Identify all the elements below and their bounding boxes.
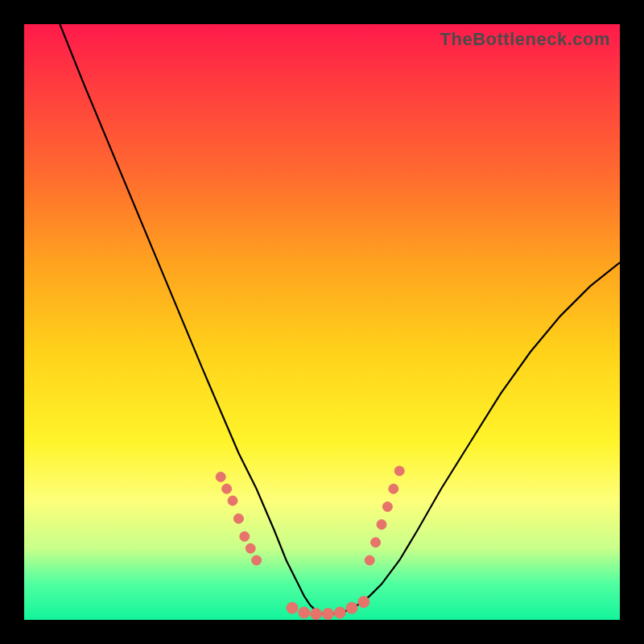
- curve-markers: [216, 466, 404, 620]
- marker-dot: [371, 538, 381, 547]
- marker-dot: [228, 496, 237, 506]
- marker-dot: [334, 607, 345, 618]
- marker-dot: [382, 502, 392, 511]
- marker-dot: [240, 531, 250, 541]
- marker-dot: [233, 514, 243, 523]
- chart-frame: TheBottleneck.com: [0, 0, 644, 644]
- marker-dot: [365, 555, 374, 565]
- marker-dot: [252, 555, 262, 565]
- marker-dot: [358, 597, 369, 608]
- marker-dot: [346, 602, 357, 613]
- bottleneck-curve: [24, 24, 620, 620]
- chart-plot-area: TheBottleneck.com: [24, 24, 620, 620]
- curve-line: [60, 24, 620, 614]
- marker-dot: [216, 472, 225, 481]
- marker-dot: [299, 607, 310, 618]
- marker-dot: [322, 609, 333, 620]
- marker-dot: [246, 543, 255, 553]
- marker-dot: [287, 602, 298, 613]
- marker-dot: [377, 520, 386, 530]
- marker-dot: [389, 484, 398, 493]
- marker-dot: [394, 466, 404, 476]
- marker-dot: [311, 609, 322, 620]
- marker-dot: [222, 484, 232, 493]
